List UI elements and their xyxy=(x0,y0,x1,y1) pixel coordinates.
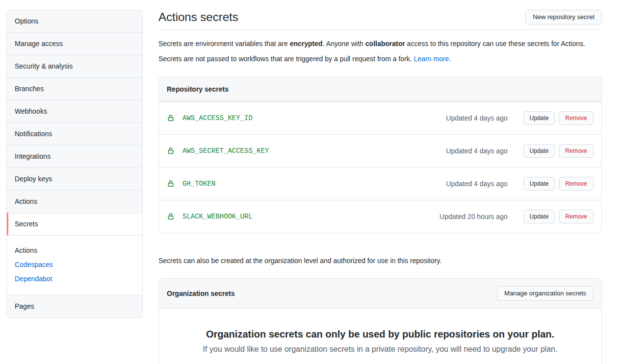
intro-p2-text1: Secrets are not passed to workflows that… xyxy=(158,55,414,63)
subnav-item-actions[interactable]: Actions xyxy=(15,245,134,256)
subnav-item-codespaces[interactable]: Codespaces xyxy=(15,260,134,270)
lock-icon xyxy=(167,180,175,188)
update-secret-button[interactable]: Update xyxy=(523,111,555,125)
secret-row: SLACK_WEBHOOK_URL Updated 20 hours ago U… xyxy=(159,200,601,233)
remove-secret-button[interactable]: Remove xyxy=(559,144,594,158)
blankslate-body: If you would like to use organization se… xyxy=(179,343,582,355)
lock-icon xyxy=(167,213,175,220)
secret-row: GH_TOKEN Updated 4 days ago Update Remov… xyxy=(159,167,601,200)
organization-secrets-header: Organization secrets Manage organization… xyxy=(159,279,601,309)
sidebar-item-security-analysis[interactable]: Security & analysis xyxy=(7,55,142,77)
subnav-item-dependabot[interactable]: Dependabot xyxy=(15,274,134,284)
intro-p1-text2: . Anyone with xyxy=(323,40,365,48)
intro-p1-bold-encrypted: encrypted xyxy=(290,40,323,48)
intro-p1-text1: Secrets are environment variables that a… xyxy=(158,40,290,48)
manage-organization-secrets-button[interactable]: Manage organization secrets xyxy=(497,286,594,301)
sidebar-item-notifications[interactable]: Notifications xyxy=(7,122,142,145)
learn-more-link[interactable]: Learn more. xyxy=(414,55,451,63)
secret-updated-time: Updated 4 days ago xyxy=(446,114,507,122)
sidebar-item-manage-access[interactable]: Manage access xyxy=(7,32,142,55)
organization-note: Secrets can also be created at the organ… xyxy=(158,256,602,266)
intro-text: Secrets are environment variables that a… xyxy=(158,39,602,64)
secret-updated-time: Updated 20 hours ago xyxy=(440,213,508,220)
blankslate-heading: Organization secrets can only be used by… xyxy=(179,329,582,340)
main-content: Actions secrets New repository secret Se… xyxy=(158,10,602,364)
lock-icon xyxy=(167,114,175,122)
secret-name: GH_TOKEN xyxy=(182,180,215,188)
intro-p1-bold-collaborator: collaborator xyxy=(365,40,405,48)
secret-updated-time: Updated 4 days ago xyxy=(446,147,507,155)
remove-secret-button[interactable]: Remove xyxy=(559,210,594,223)
settings-page: Options Manage access Security & analysi… xyxy=(0,0,622,364)
intro-paragraph-1: Secrets are environment variables that a… xyxy=(158,39,602,49)
secret-updated-time: Updated 4 days ago xyxy=(446,180,507,188)
sidebar-item-integrations[interactable]: Integrations xyxy=(7,145,142,168)
organization-secrets-box: Organization secrets Manage organization… xyxy=(158,278,602,364)
secret-name: AWS_ACCESS_KEY_ID xyxy=(182,114,253,122)
secret-row: AWS_SECRET_ACCESS_KEY Updated 4 days ago… xyxy=(159,134,601,167)
secrets-subnav: Actions Codespaces Dependabot xyxy=(7,235,142,295)
lock-icon xyxy=(167,147,175,155)
secret-row: AWS_ACCESS_KEY_ID Updated 4 days ago Upd… xyxy=(159,101,601,134)
sidebar-item-actions[interactable]: Actions xyxy=(7,190,142,213)
intro-p1-text3: access to this repository can use these … xyxy=(405,40,585,48)
repository-secrets-box: Repository secrets AWS_ACCESS_KEY_ID Upd… xyxy=(158,77,602,233)
new-repository-secret-button[interactable]: New repository secret xyxy=(525,10,602,24)
sidebar-item-secrets[interactable]: Secrets xyxy=(7,213,142,235)
page-header: Actions secrets New repository secret xyxy=(158,10,602,30)
secret-name: SLACK_WEBHOOK_URL xyxy=(182,213,253,220)
remove-secret-button[interactable]: Remove xyxy=(559,177,594,191)
remove-secret-button[interactable]: Remove xyxy=(559,111,594,125)
secret-name: AWS_SECRET_ACCESS_KEY xyxy=(182,147,269,155)
organization-secrets-title: Organization secrets xyxy=(167,290,235,297)
sidebar-item-pages[interactable]: Pages xyxy=(7,295,142,317)
sidebar-item-branches[interactable]: Branches xyxy=(7,77,142,100)
update-secret-button[interactable]: Update xyxy=(523,210,555,223)
settings-sidebar: Options Manage access Security & analysi… xyxy=(6,10,143,318)
intro-paragraph-2: Secrets are not passed to workflows that… xyxy=(158,54,602,64)
page-title: Actions secrets xyxy=(158,10,238,24)
repository-secrets-header: Repository secrets xyxy=(159,77,601,101)
update-secret-button[interactable]: Update xyxy=(523,144,555,158)
repository-secrets-title: Repository secrets xyxy=(167,85,229,93)
sidebar-item-deploy-keys[interactable]: Deploy keys xyxy=(7,168,142,190)
organization-secrets-blankslate: Organization secrets can only be used by… xyxy=(159,309,601,364)
sidebar-item-webhooks[interactable]: Webhooks xyxy=(7,100,142,122)
sidebar-item-options[interactable]: Options xyxy=(7,10,142,32)
update-secret-button[interactable]: Update xyxy=(523,177,555,191)
